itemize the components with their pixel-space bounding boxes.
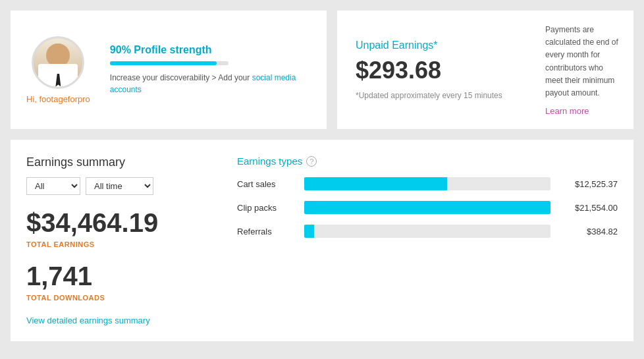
profile-strength-label: 90% Profile strength [110,44,311,56]
avatar-area: Hi, footageforpro [26,36,90,104]
earnings-summary-heading: Earnings summary [26,155,211,169]
earnings-row: Clip packs $21,554.00 [237,201,618,214]
discoverability-text: Increase your discoverability > Add your… [110,72,311,96]
learn-more-link[interactable]: Learn more [545,106,623,116]
profile-strength-area: 90% Profile strength Increase your disco… [110,44,311,96]
profile-strength-bar-bg [110,61,228,65]
unpaid-earnings-amount: $293.68 [356,57,516,84]
earnings-bar-fill [304,225,314,238]
earnings-row: Cart sales $12,525.37 [237,177,618,190]
earnings-row-label: Referrals [237,227,296,236]
earnings-row-amount: $384.82 [558,227,618,236]
earnings-row-amount: $12,525.37 [558,179,618,189]
view-detailed-link[interactable]: View detailed earnings summary [26,316,150,325]
left-panel: Earnings summary All Videos Photos Vecto… [26,155,211,325]
profile-strength-bar-fill [110,61,217,65]
updated-text: *Updated approximately every 15 minutes [356,91,516,100]
summary-controls: All Videos Photos Vectors All time This … [26,177,211,195]
category-filter[interactable]: All Videos Photos Vectors [26,177,80,195]
total-earnings-label: TOTAL EARNINGS [26,240,211,248]
payments-info-card: Payments are calculated the end of every… [535,11,633,129]
total-downloads-label: TOTAL DOWNLOADS [26,294,211,302]
right-panel: Earnings types ? Cart sales $12,525.37 C… [237,155,618,325]
earnings-types-heading: Earnings types ? [237,155,618,167]
earnings-bar-container [304,225,550,238]
avatar [32,36,84,89]
earnings-rows-container: Cart sales $12,525.37 Clip packs $21,554… [237,177,618,238]
total-downloads-amount: 1,741 [26,262,211,291]
earnings-row-label: Cart sales [237,179,296,189]
payments-info-text: Payments are calculated the end of every… [545,24,623,99]
earnings-bar-fill [304,177,447,190]
total-earnings-amount: $34,464.19 [26,208,211,238]
earnings-bar-container [304,177,550,190]
help-icon[interactable]: ? [306,156,317,167]
earnings-row-label: Clip packs [237,203,296,213]
unpaid-earnings-card: Unpaid Earnings* $293.68 *Updated approx… [337,11,535,129]
earnings-row: Referrals $384.82 [237,225,618,238]
time-filter[interactable]: All time This month Last month This year [86,177,153,195]
earnings-bar-container [304,201,550,214]
username-label: Hi, footageforpro [26,94,90,104]
profile-card: Hi, footageforpro 90% Profile strength I… [11,11,327,129]
earnings-row-amount: $21,554.00 [558,203,618,213]
main-section: Earnings summary All Videos Photos Vecto… [11,140,633,341]
unpaid-earnings-label: Unpaid Earnings* [356,40,516,51]
earnings-bar-fill [304,201,550,214]
